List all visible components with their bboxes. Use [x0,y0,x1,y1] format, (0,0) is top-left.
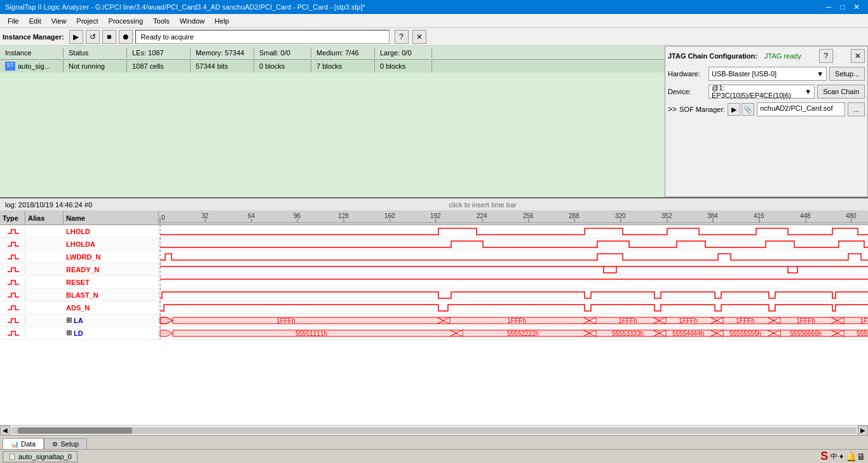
window-title: SignalTap II Logic Analyzer - G:/CPCI li… [5,3,365,11]
signal-row-ld[interactable]: ⊞ LD 55551111h 55552222h [0,327,868,340]
svg-text:416: 416 [754,212,764,219]
signal-columns-header: Type Alias Name 0 32 64 96 [0,211,868,225]
svg-text:224: 224 [477,212,487,219]
taskbar-icon: 📋 [8,453,16,460]
menu-tools[interactable]: Tools [148,16,175,26]
svg-text:256: 256 [523,212,534,219]
signal-data-lwdrd [159,251,868,263]
col-alias-header: Alias [25,211,64,225]
sof-icons: ▶ 📎 [728,103,754,116]
jtag-section-title: JTAG Chain Configuration: [668,52,757,60]
jtag-close-button[interactable]: ✕ [851,49,865,63]
signal-type-reset [0,278,25,287]
instance-row[interactable]: ST auto_sig... Not running 1087 cells 57… [0,60,665,73]
instance-status: Not running [64,60,127,73]
status-bar: 📋 auto_signaltap_0 S 中·♦ 🔔🖥 [0,449,868,463]
signal-type-ld [0,329,25,338]
panel-close-button[interactable]: ✕ [412,30,426,44]
click-hint[interactable]: click to insert time bar [97,201,868,209]
hardware-value: USB-Blaster [USB-0] [712,70,776,78]
tab-data[interactable]: 📊 Data [3,438,44,449]
title-bar: SignalTap II Logic Analyzer - G:/CPCI li… [0,0,868,14]
svg-text:55556666h: 55556666h [790,330,822,337]
setup-button[interactable]: Setup... [829,67,865,81]
menu-file[interactable]: File [3,16,24,26]
svg-text:96: 96 [294,212,301,219]
signal-type-lwdrd [0,252,25,261]
menu-project[interactable]: Project [71,16,103,26]
hardware-dropdown[interactable]: USB-Blaster [USB-0] ▼ [709,67,827,81]
svg-text:55552222h: 55552222h [507,330,539,337]
scroll-right-button[interactable]: ▶ [858,425,868,436]
signal-row-lhold[interactable]: LHOLD [0,225,868,238]
hardware-label: Hardware: [668,70,706,78]
setup-tab-icon: ⚙ [52,441,58,448]
sof-dots-button[interactable]: ... [848,102,865,116]
svg-text:1FFFh: 1FFFh [679,317,697,324]
signal-row-lwdrd[interactable]: LWDRD_N [0,251,868,263]
data-tab-icon: 📊 [11,441,18,448]
signal-row-ads[interactable]: ADS_N [0,301,868,314]
tab-setup-label: Setup [60,440,79,448]
scrollbar-thumb[interactable] [18,427,132,434]
col-type-header: Type [0,211,25,225]
signal-row-la[interactable]: ⊞ LA 1FFFh 1FFFh [0,314,868,327]
svg-text:1FFFh: 1FFFh [618,317,637,324]
signal-data-reset [159,276,868,289]
instance-toolbar: Instance Manager: ▶ ↺ ■ ⏺ Ready to acqui… [0,28,868,46]
menu-edit[interactable]: Edit [24,16,46,26]
horizontal-scrollbar[interactable]: ◀ ▶ [0,425,868,435]
svg-text:192: 192 [430,212,441,219]
taskbar-instance[interactable]: 📋 auto_signaltap_0 [3,451,78,462]
signal-row-ready[interactable]: READY_N [0,263,868,276]
autorun-button[interactable]: ⏺ [119,30,133,44]
menu-help[interactable]: Help [210,16,234,26]
stop-button[interactable]: ■ [102,30,116,44]
svg-marker-75 [160,330,173,336]
signal-row-reset[interactable]: RESET [0,276,868,289]
jtag-device-row: Device: @1: EP3C(10|5)/EP4CE(10|6) ▼ Sca… [668,85,865,99]
window-controls: ─ □ ✕ [822,1,863,13]
signal-data-lhold [159,225,868,238]
svg-text:0: 0 [161,214,165,221]
jtag-help-button[interactable]: ? [819,49,833,63]
signal-type-blast [0,291,25,300]
scroll-left-button[interactable]: ◀ [0,425,10,436]
instance-panel: Instance Status LEs: 1087 Memory: 57344 … [0,46,665,197]
jtag-ready-status: JTAG ready [764,52,801,60]
signal-type-ready [0,265,25,274]
svg-text:55551111h: 55551111h [295,330,327,337]
svg-text:1FFFh: 1FFFh [276,317,295,324]
sof-program-icon[interactable]: ▶ [728,103,740,116]
scrollbar-track[interactable] [11,427,857,434]
sof-attach-icon[interactable]: 📎 [742,103,754,116]
menu-view[interactable]: View [46,16,72,26]
maximize-button[interactable]: □ [836,1,849,13]
signal-row-blast[interactable]: BLAST_N [0,289,868,301]
jtag-config-panel: JTAG Chain Configuration: JTAG ready ? ✕… [665,46,868,197]
signal-data-ready [159,263,868,276]
tab-setup[interactable]: ⚙ Setup [44,438,87,449]
menu-window[interactable]: Window [175,16,210,26]
ruler-area: 0 32 64 96 128 160 192 [159,211,868,225]
run-analysis-button[interactable]: ▶ [69,30,83,44]
signal-data-ads [159,301,868,314]
instance-name: ST auto_sig... [0,60,64,73]
device-dropdown[interactable]: @1: EP3C(10|5)/EP4CE(10|6) ▼ [709,85,815,99]
svg-text:480: 480 [846,212,857,219]
scan-chain-button[interactable]: Scan Chain [817,85,865,99]
signal-type-la [0,316,25,325]
signal-analysis-area: log: 2018/10/19 14:46:24 #0 click to ins… [0,198,868,449]
help-button[interactable]: ? [395,30,409,44]
signal-row-lholda[interactable]: LHOLDA [0,238,868,251]
stop-analysis-button[interactable]: ↺ [86,30,100,44]
signal-data-blast [159,289,868,301]
device-label: Device: [668,88,706,95]
minimize-button[interactable]: ─ [822,1,835,13]
sof-file-input[interactable]: nchuAD2/PCI_Card.sof [757,102,845,116]
svg-text:128: 128 [338,212,349,219]
close-button[interactable]: ✕ [850,1,863,13]
menu-processing[interactable]: Processing [104,16,148,26]
taskbar-instance-label: auto_signaltap_0 [18,453,72,460]
col-les: LEs: 1087 [127,48,191,58]
